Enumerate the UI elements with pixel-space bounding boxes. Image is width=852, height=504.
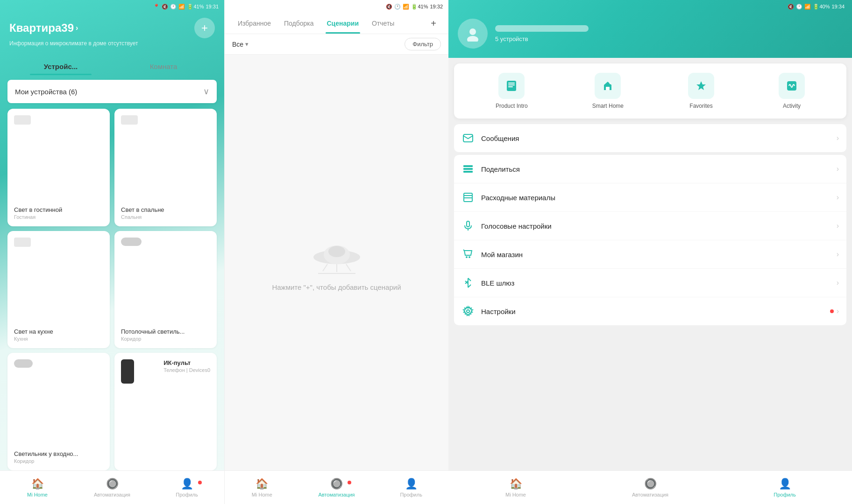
- clock2-icon: 🕐: [394, 4, 401, 10]
- add-device-button[interactable]: +: [194, 18, 215, 38]
- voice-icon: [462, 219, 475, 232]
- voice-label: Голосовые настройки: [481, 222, 830, 230]
- device-room-5: Коридор: [14, 458, 103, 464]
- messages-label: Сообщения: [481, 134, 830, 142]
- nav-home-1[interactable]: 🏠 Mi Home: [0, 478, 75, 497]
- quick-actions-card: Product Intro Smart Home: [454, 63, 846, 119]
- filter-button[interactable]: Фильтр: [405, 38, 441, 50]
- nav-profile-1[interactable]: 👤 Профиль: [149, 478, 224, 497]
- device-card-4[interactable]: Потолочный светиль... Коридор: [114, 231, 217, 349]
- qa-favorites[interactable]: Favorites: [688, 73, 714, 109]
- menu-item-consumables[interactable]: Расходные материалы ›: [454, 183, 846, 212]
- filter-label: Все ▾: [232, 41, 248, 48]
- tab-selection[interactable]: Подборка: [278, 13, 320, 34]
- qa-activity[interactable]: Activity: [779, 73, 805, 109]
- device-name-4: Потолочный светиль...: [121, 328, 210, 335]
- nav-label-profile-1: Профиль: [176, 492, 198, 497]
- menu-item-voice[interactable]: Голосовые настройки ›: [454, 212, 846, 240]
- bottom-nav-1: 🏠 Mi Home 🔘 Автоматизация 👤 Профиль: [0, 470, 224, 504]
- battery3-icon: 🔋40%: [813, 4, 830, 10]
- devices-count-label: Мои устройства (6): [15, 88, 77, 96]
- status-bar-3: 🔇 🕐 📶 🔋40% 19:34: [448, 0, 852, 13]
- device-room-1: Гостиная: [14, 214, 103, 220]
- svg-rect-15: [787, 81, 796, 91]
- nav-label-automation-3: Автоматизация: [632, 492, 668, 497]
- device-card-6[interactable]: ИК-пульт Телефон | Devices0: [114, 353, 217, 470]
- volume-icon: 🔇: [162, 4, 168, 10]
- device-icon-1: [14, 115, 31, 125]
- home-title-chevron-icon: ›: [76, 24, 78, 32]
- device-card-5[interactable]: Светильник у входно... Коридор: [7, 353, 110, 470]
- battery2-icon: 🔋41%: [411, 4, 428, 10]
- status-icons-3: 🔇 🕐 📶 🔋40% 19:34: [788, 4, 845, 10]
- shop-icon: [462, 248, 475, 261]
- filter-text: Все: [232, 41, 243, 48]
- nav-profile-3[interactable]: 👤 Профиль: [717, 478, 852, 497]
- menu-item-ble[interactable]: BLE шлюз ›: [454, 269, 846, 297]
- bottom-nav-2: 🏠 Mi Home 🔘 Автоматизация 👤 Профиль: [225, 470, 448, 504]
- settings-label: Настройки: [481, 308, 824, 315]
- time-display-2: 19:32: [430, 4, 443, 9]
- svg-rect-19: [463, 171, 473, 173]
- automation-icon-2: 🔘: [330, 478, 343, 490]
- bottom-nav-3: 🏠 Mi Home 🔘 Автоматизация 👤 Профиль: [448, 470, 852, 504]
- menu-item-settings[interactable]: Настройки ›: [454, 297, 846, 325]
- tab-scenarios[interactable]: Сценарии: [321, 13, 364, 34]
- devices-count-3: 5 устройств: [495, 35, 843, 42]
- nav-automation-1[interactable]: 🔘 Автоматизация: [75, 478, 149, 497]
- add-scenario-button[interactable]: +: [426, 14, 441, 34]
- smart-home-icon: [595, 73, 621, 99]
- dropdown-chevron-icon: ∨: [203, 86, 209, 97]
- svg-point-25: [466, 256, 468, 258]
- menu-card-others: Поделиться › Расходные материалы ›: [454, 155, 846, 325]
- panel-profile: 🔇 🕐 📶 🔋40% 19:34 5 устройств: [448, 0, 852, 504]
- nav-home-3[interactable]: 🏠 Mi Home: [448, 478, 583, 497]
- panel-home: 📍 🔇 🕐 📶 🔋41% 19:31 Квартира39 › + Информ…: [0, 0, 224, 504]
- menu-item-share[interactable]: Поделиться ›: [454, 155, 846, 183]
- tab-rooms[interactable]: Комната: [112, 58, 215, 75]
- clock-icon: 🕐: [170, 4, 177, 10]
- device-card-2[interactable]: Свет в спальне Спальня: [114, 109, 217, 226]
- qa-product-intro[interactable]: Product Intro: [496, 73, 528, 109]
- home-icon-1: 🏠: [31, 478, 44, 490]
- menu-item-messages[interactable]: Сообщения ›: [454, 124, 846, 152]
- product-intro-icon: [498, 73, 525, 99]
- nav-label-home-2: Mi Home: [252, 492, 272, 497]
- nav-automation-2[interactable]: 🔘 Автоматизация: [299, 478, 374, 497]
- nav-home-2[interactable]: 🏠 Mi Home: [225, 478, 299, 497]
- nav-profile-2[interactable]: 👤 Профиль: [374, 478, 448, 497]
- svg-marker-14: [696, 81, 706, 90]
- time-display-1: 19:31: [206, 4, 219, 9]
- panel2-tab-bar: Избранное Подборка Сценарии Отчеты +: [225, 13, 448, 34]
- tab-devices[interactable]: Устройс...: [9, 58, 112, 75]
- menu-list: Product Intro Smart Home: [448, 58, 852, 470]
- device-card-3[interactable]: Свет на кухне Кухня: [7, 231, 110, 349]
- devices-dropdown[interactable]: Мои устройства (6) ∨: [7, 80, 217, 103]
- panel1-header: Квартира39 › + Информация о микроклимате…: [0, 13, 224, 54]
- panel3-header: 🔇 🕐 📶 🔋40% 19:34 5 устройств: [448, 0, 852, 58]
- ble-icon: [462, 276, 475, 289]
- panel-automation: 🔇 🕐 📶 🔋41% 19:32 Избранное Подборка Сцен…: [224, 0, 448, 504]
- vol3-icon: 🔇: [788, 4, 794, 10]
- tab-reports[interactable]: Отчеты: [366, 13, 400, 34]
- clock3-icon: 🕐: [796, 4, 802, 10]
- qa-smart-home[interactable]: Smart Home: [592, 73, 624, 109]
- nav-automation-3[interactable]: 🔘 Автоматизация: [583, 478, 717, 497]
- menu-item-shop[interactable]: Мой магазин ›: [454, 240, 846, 269]
- profile-info: 5 устройств: [495, 25, 843, 42]
- consumables-chevron-icon: ›: [837, 193, 839, 202]
- messages-icon: [462, 132, 475, 145]
- svg-rect-13: [606, 87, 610, 90]
- battery-icon: 🔋41%: [187, 4, 204, 10]
- tab-favorites[interactable]: Избранное: [232, 13, 277, 34]
- device-card-1[interactable]: Свет в гостинной Гостиная: [7, 109, 110, 226]
- home-title: Квартира39 ›: [9, 21, 78, 35]
- device-icon-4: [121, 238, 142, 246]
- avatar: [458, 19, 488, 49]
- nav-label-profile-3: Профиль: [774, 492, 796, 497]
- automation-icon-1: 🔘: [106, 478, 119, 490]
- svg-rect-18: [463, 168, 473, 170]
- automation-icon-3: 🔘: [644, 478, 657, 490]
- svg-point-8: [467, 36, 478, 42]
- svg-rect-17: [463, 165, 473, 167]
